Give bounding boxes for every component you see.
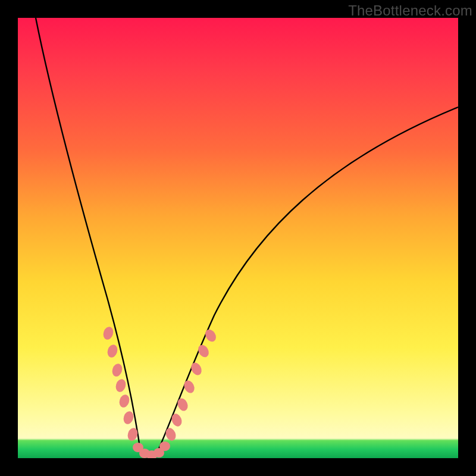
svg-point-12 [164, 427, 177, 442]
svg-point-4 [118, 393, 131, 409]
curve-right-branch [155, 107, 458, 458]
marker-group-left [102, 325, 139, 442]
curve-left-branch [36, 18, 141, 455]
svg-point-0 [102, 325, 115, 341]
svg-point-14 [176, 397, 190, 413]
attribution-label: TheBottleneck.com [348, 2, 472, 19]
marker-group-bottom [133, 441, 170, 458]
plot-area [18, 18, 458, 458]
svg-point-11 [159, 441, 170, 451]
outer-black-frame: TheBottleneck.com [0, 0, 476, 476]
svg-point-3 [114, 378, 127, 393]
curve-layer [18, 18, 458, 458]
svg-point-2 [111, 362, 124, 378]
svg-point-13 [170, 412, 183, 428]
svg-point-5 [122, 410, 135, 425]
marker-group-right [164, 327, 218, 442]
svg-point-1 [106, 343, 119, 359]
